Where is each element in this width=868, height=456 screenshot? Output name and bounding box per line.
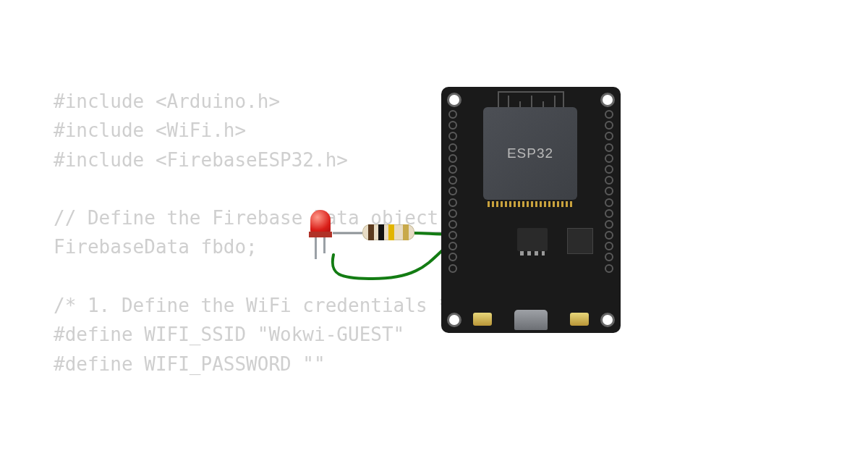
code-line: #define WIFI_PASSWORD "" (54, 353, 326, 375)
esp32-shield: ESP32 (483, 107, 577, 200)
led-cathode (323, 237, 326, 253)
led-anode (315, 237, 317, 259)
voltage-regulator-icon (517, 228, 548, 251)
micro-usb-port-icon (514, 310, 548, 330)
code-line: #include <WiFi.h> (54, 119, 246, 141)
code-line: #include <FirebaseESP32.h> (54, 149, 348, 171)
antenna-icon (498, 91, 564, 107)
pin-header-right (605, 110, 613, 273)
led-red (307, 210, 336, 253)
circuit-diagram: ESP32 (307, 87, 669, 333)
boot-button (473, 313, 492, 326)
serial-chip-icon (567, 228, 593, 254)
resistor (362, 224, 414, 240)
led-dome-icon (310, 210, 331, 235)
code-line: #include <Arduino.h> (54, 90, 280, 112)
pin-header-left (448, 110, 457, 273)
chip-label: ESP32 (507, 145, 553, 161)
esp32-board: ESP32 (441, 87, 621, 333)
enable-button (570, 313, 589, 326)
code-line: FirebaseData fbdo; (54, 236, 258, 258)
wire-led-to-gnd (333, 242, 452, 279)
